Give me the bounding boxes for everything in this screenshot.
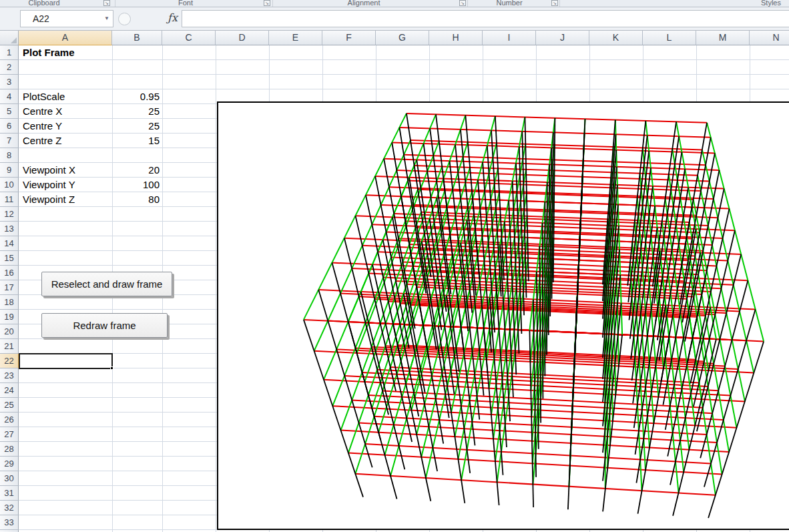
row-header-9[interactable]: 9: [0, 163, 19, 178]
reselect-draw-frame-button[interactable]: Reselect and draw frame: [41, 272, 172, 296]
row-header-7[interactable]: 7: [0, 134, 19, 148]
row-header-8[interactable]: 8: [0, 148, 19, 163]
ribbon-group-label-alignment: Alignment: [348, 0, 380, 7]
excel-window: Clipboard↘Font↘Alignment↘Number↘Styles A…: [0, 0, 789, 532]
cell-B7[interactable]: 15: [112, 134, 162, 148]
row-header-28[interactable]: 28: [0, 442, 19, 457]
row-header-20[interactable]: 20: [0, 324, 19, 339]
cell-A6[interactable]: Centre Y: [23, 119, 62, 134]
active-cell-outline: [19, 353, 113, 369]
column-header-K[interactable]: K: [589, 31, 643, 45]
row-header-33[interactable]: 33: [0, 515, 19, 530]
row-header-15[interactable]: 15: [0, 251, 19, 266]
cell-A5[interactable]: Centre X: [23, 104, 62, 119]
fill-handle[interactable]: [110, 366, 113, 370]
formula-input[interactable]: [182, 10, 789, 27]
embedded-chart[interactable]: [217, 101, 789, 530]
row-header-18[interactable]: 18: [0, 295, 19, 310]
column-header-D[interactable]: D: [216, 31, 269, 45]
cell-B11[interactable]: 80: [112, 192, 162, 207]
dialog-launcher-icon[interactable]: ↘: [459, 0, 466, 6]
ribbon-group-label-font: Font: [178, 0, 193, 7]
column-header-L[interactable]: L: [643, 31, 696, 45]
row-header-17[interactable]: 17: [0, 280, 19, 295]
gridline-vertical: [216, 45, 216, 532]
dialog-launcher-icon[interactable]: ↘: [551, 0, 558, 6]
row-header-10[interactable]: 10: [0, 178, 19, 192]
cell-B6[interactable]: 25: [112, 119, 162, 134]
cell-B10[interactable]: 100: [112, 178, 162, 192]
row-header-19[interactable]: 19: [0, 310, 19, 324]
column-header-N[interactable]: N: [750, 31, 789, 45]
name-box-dropdown-icon[interactable]: ▼: [104, 11, 109, 27]
cells-area[interactable]: Plot FramePlotScale0.95Centre X25Centre …: [19, 45, 789, 532]
column-header-B[interactable]: B: [112, 31, 162, 45]
row-header-5[interactable]: 5: [0, 104, 19, 119]
select-all-corner[interactable]: [0, 31, 19, 45]
redraw-frame-button[interactable]: Redraw frame: [41, 313, 168, 338]
dialog-launcher-icon[interactable]: ↘: [264, 0, 270, 6]
column-header-H[interactable]: H: [429, 31, 483, 45]
formula-bar: A22 ▼ ƒx: [0, 7, 789, 31]
row-header-25[interactable]: 25: [0, 398, 19, 413]
cell-A9[interactable]: Viewpoint X: [23, 163, 75, 178]
column-header-J[interactable]: J: [536, 31, 589, 45]
row-header-31[interactable]: 31: [0, 486, 19, 501]
column-header-F[interactable]: F: [322, 31, 376, 45]
cell-A10[interactable]: Viewpoint Y: [23, 178, 75, 192]
cell-B4[interactable]: 0.95: [112, 89, 162, 104]
row-header-24[interactable]: 24: [0, 383, 19, 398]
cell-A1[interactable]: Plot Frame: [23, 45, 75, 60]
cell-B5[interactable]: 25: [112, 104, 162, 119]
ribbon-group-separator: [467, 0, 468, 7]
row-header-13[interactable]: 13: [0, 222, 19, 236]
name-box-value: A22: [33, 13, 49, 24]
column-header-E[interactable]: E: [269, 31, 322, 45]
row-header-16[interactable]: 16: [0, 266, 19, 280]
row-header-2[interactable]: 2: [0, 60, 19, 75]
frame-wireframe: [218, 103, 789, 529]
column-header-C[interactable]: C: [162, 31, 216, 45]
row-header-12[interactable]: 12: [0, 207, 19, 222]
column-header-I[interactable]: I: [483, 31, 536, 45]
row-header-23[interactable]: 23: [0, 368, 19, 383]
row-header-29[interactable]: 29: [0, 457, 19, 471]
dialog-launcher-icon[interactable]: ↘: [103, 0, 110, 6]
row-header-11[interactable]: 11: [0, 192, 19, 207]
cell-A7[interactable]: Centre Z: [23, 134, 61, 148]
row-header-4[interactable]: 4: [0, 89, 19, 104]
cell-A11[interactable]: Viewpoint Z: [23, 192, 75, 207]
cell-A4[interactable]: PlotScale: [23, 89, 65, 104]
insert-function-icon[interactable]: ƒx: [168, 11, 178, 24]
ribbon-group-label-number: Number: [496, 0, 522, 7]
row-header-1[interactable]: 1: [0, 45, 19, 60]
ribbon-group-separator: [115, 0, 115, 7]
row-header-6[interactable]: 6: [0, 119, 19, 134]
row-header-32[interactable]: 32: [0, 501, 19, 515]
formula-bar-cap-circle: [118, 13, 131, 25]
ribbon-group-label-clipboard: Clipboard: [28, 0, 59, 7]
sheet: Plot FramePlotScale0.95Centre X25Centre …: [0, 31, 789, 532]
name-box[interactable]: A22 ▼: [20, 10, 113, 27]
column-header-G[interactable]: G: [376, 31, 429, 45]
column-header-A[interactable]: A: [19, 31, 112, 45]
row-header-22[interactable]: 22: [0, 354, 19, 368]
ribbon-group-separator: [272, 0, 273, 7]
ribbon-strip: Clipboard↘Font↘Alignment↘Number↘Styles: [0, 0, 789, 7]
row-header-30[interactable]: 30: [0, 471, 19, 486]
column-header-M[interactable]: M: [696, 31, 750, 45]
row-header-27[interactable]: 27: [0, 427, 19, 442]
row-header-14[interactable]: 14: [0, 236, 19, 251]
ribbon-group-label-styles: Styles: [761, 0, 781, 7]
row-header-21[interactable]: 21: [0, 339, 19, 354]
row-header-26[interactable]: 26: [0, 413, 19, 427]
row-header-3[interactable]: 3: [0, 75, 19, 89]
ribbon-group-separator: [559, 0, 560, 7]
cell-B9[interactable]: 20: [112, 163, 162, 178]
